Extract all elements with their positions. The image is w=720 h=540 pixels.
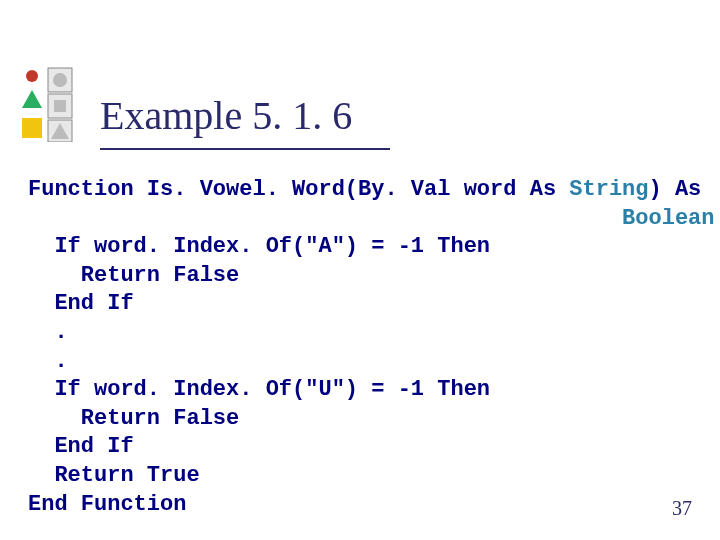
svg-marker-8 xyxy=(22,118,42,138)
code-line: End If xyxy=(28,291,134,316)
code-type: Boolean xyxy=(622,206,714,231)
code-block: Function Is. Vowel. Word(By. Val word As… xyxy=(28,176,692,519)
code-line: Return False xyxy=(28,263,239,288)
slide: Example 5. 1. 6 Function Is. Vowel. Word… xyxy=(0,0,720,540)
code-line: End Function xyxy=(28,492,186,517)
title-underline xyxy=(100,148,390,150)
svg-rect-3 xyxy=(54,100,66,112)
svg-point-6 xyxy=(26,70,38,82)
code-type: String xyxy=(569,177,648,202)
svg-point-1 xyxy=(53,73,67,87)
page-number: 37 xyxy=(672,497,692,520)
code-line: . xyxy=(28,349,68,374)
svg-marker-7 xyxy=(22,90,42,108)
slide-logo-icon xyxy=(18,60,76,142)
code-line: If word. Index. Of("A") = -1 Then xyxy=(28,234,490,259)
slide-title: Example 5. 1. 6 xyxy=(100,92,352,139)
code-line: ) As xyxy=(649,177,702,202)
code-line: If word. Index. Of("U") = -1 Then xyxy=(28,377,490,402)
code-line: Function Is. Vowel. Word(By. Val word As xyxy=(28,177,569,202)
code-line: . xyxy=(28,320,68,345)
code-line xyxy=(28,206,622,231)
code-line: Return False xyxy=(28,406,239,431)
code-line: End If xyxy=(28,434,134,459)
code-line: Return True xyxy=(28,463,200,488)
